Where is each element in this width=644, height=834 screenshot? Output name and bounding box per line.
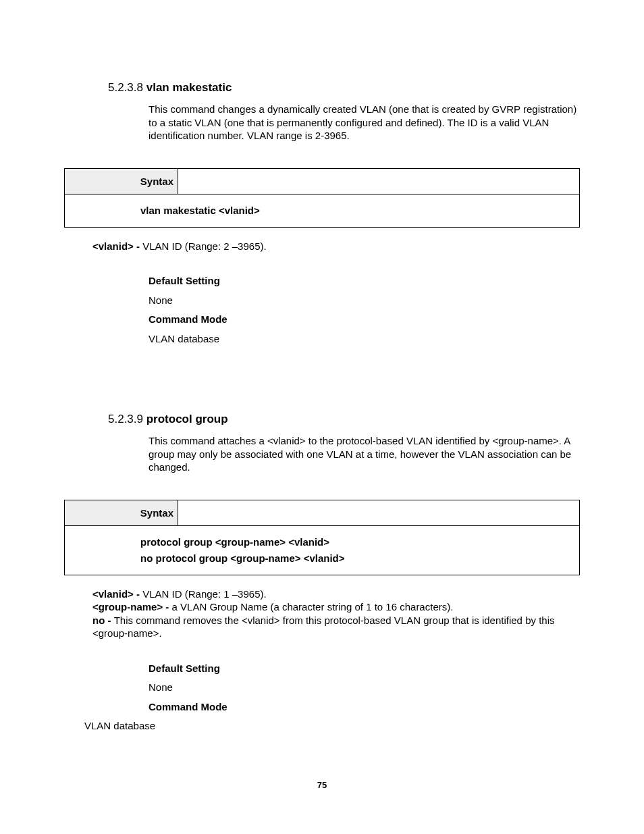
param-label: <group-name> - — [92, 601, 172, 613]
syntax-line: no protocol group <group-name> <vlanid> — [140, 550, 579, 567]
syntax-label: Syntax — [65, 169, 178, 194]
default-setting-label: Default Setting — [149, 271, 580, 291]
section-title: protocol group — [146, 413, 228, 425]
section-description: This command attaches a <vlanid> to the … — [149, 434, 580, 474]
section-heading: 5.2.3.9 protocol group — [108, 413, 580, 426]
default-setting-value: None — [149, 678, 580, 698]
default-setting-label: Default Setting — [149, 659, 580, 679]
section-protocol-group: 5.2.3.9 protocol group This command atta… — [64, 413, 580, 736]
section-description: This command changes a dynamically creat… — [149, 103, 580, 142]
param-label: no - — [92, 615, 114, 626]
section-number: 5.2.3.8 — [108, 81, 143, 94]
param-list: <vlanid> - VLAN ID (Range: 2 –3965). — [92, 240, 580, 253]
param-text: VLAN ID (Range: 2 –3965). — [142, 240, 266, 252]
section-title: vlan makestatic — [146, 81, 232, 94]
syntax-box: Syntax vlan makestatic <vlanid> — [64, 168, 580, 228]
syntax-header-row: Syntax — [65, 169, 579, 194]
section-number: 5.2.3.9 — [108, 413, 143, 425]
syntax-header-row: Syntax — [65, 500, 579, 526]
section-heading: 5.2.3.8 vlan makestatic — [108, 81, 580, 95]
syntax-body: protocol group <group-name> <vlanid> no … — [65, 526, 579, 575]
detail-block: Default Setting None Command Mode — [149, 659, 580, 717]
command-mode-value: VLAN database — [84, 716, 580, 736]
section-vlan-makestatic: 5.2.3.8 vlan makestatic This command cha… — [64, 81, 580, 348]
param-label: <vlanid> - — [92, 240, 142, 252]
syntax-spacer — [178, 500, 579, 526]
syntax-label: Syntax — [65, 500, 178, 526]
param-text: VLAN ID (Range: 1 –3965). — [142, 588, 266, 600]
param-list: <vlanid> - VLAN ID (Range: 1 –3965). <gr… — [92, 588, 580, 640]
syntax-body: vlan makestatic <vlanid> — [65, 194, 579, 227]
default-setting-value: None — [149, 291, 580, 311]
page-number: 75 — [0, 780, 644, 790]
param-label: <vlanid> - — [92, 588, 142, 600]
document-page: 5.2.3.8 vlan makestatic This command cha… — [0, 0, 644, 736]
syntax-line: vlan makestatic <vlanid> — [140, 203, 579, 219]
command-mode-label: Command Mode — [149, 310, 580, 330]
command-mode-value: VLAN database — [149, 330, 580, 349]
syntax-line: protocol group <group-name> <vlanid> — [140, 534, 579, 550]
syntax-spacer — [178, 169, 579, 194]
param-text: a VLAN Group Name (a character string of… — [172, 601, 454, 613]
syntax-box: Syntax protocol group <group-name> <vlan… — [64, 500, 580, 575]
command-mode-label: Command Mode — [149, 698, 580, 717]
detail-block: Default Setting None Command Mode VLAN d… — [149, 271, 580, 348]
param-text: This command removes the <vlanid> from t… — [92, 615, 554, 640]
